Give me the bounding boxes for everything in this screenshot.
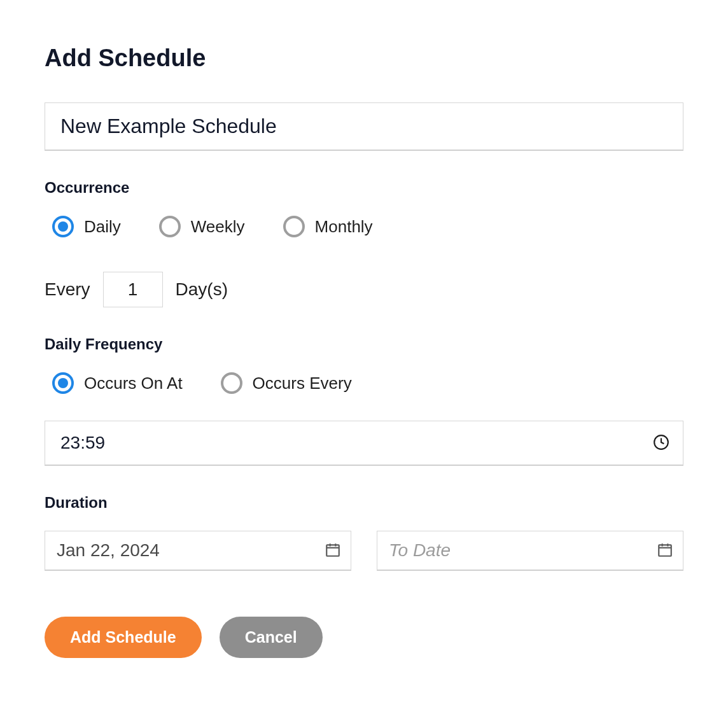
- cancel-button[interactable]: Cancel: [220, 617, 323, 658]
- daily-frequency-label: Daily Frequency: [45, 335, 683, 353]
- radio-unselected-icon: [283, 216, 305, 237]
- radio-selected-icon: [52, 372, 74, 394]
- occurrence-radio-monthly[interactable]: Monthly: [283, 216, 373, 237]
- button-row: Add Schedule Cancel: [45, 617, 683, 658]
- daily-frequency-radio-occurs-on-at[interactable]: Occurs On At: [52, 372, 183, 394]
- time-input[interactable]: [45, 421, 683, 466]
- every-value-input[interactable]: [103, 272, 163, 307]
- radio-label: Occurs On At: [84, 374, 183, 393]
- radio-unselected-icon: [159, 216, 181, 237]
- daily-frequency-radio-occurs-every[interactable]: Occurs Every: [221, 372, 352, 394]
- dialog-title: Add Schedule: [45, 45, 683, 72]
- time-input-wrap: [45, 421, 683, 466]
- from-date-wrap: [45, 531, 351, 571]
- from-date-input[interactable]: [45, 531, 351, 571]
- to-date-wrap: [377, 531, 683, 571]
- occurrence-label: Occurrence: [45, 179, 683, 197]
- radio-label: Monthly: [315, 217, 373, 237]
- every-suffix: Day(s): [176, 279, 228, 300]
- occurrence-radio-group: Daily Weekly Monthly: [52, 216, 683, 237]
- add-schedule-button[interactable]: Add Schedule: [45, 617, 202, 658]
- every-prefix: Every: [45, 279, 90, 300]
- occurrence-radio-weekly[interactable]: Weekly: [159, 216, 245, 237]
- add-schedule-dialog: Add Schedule Occurrence Daily Weekly Mon…: [0, 0, 728, 690]
- radio-selected-icon: [52, 216, 74, 237]
- radio-label: Occurs Every: [253, 374, 352, 393]
- every-row: Every Day(s): [45, 272, 683, 307]
- occurrence-radio-daily[interactable]: Daily: [52, 216, 121, 237]
- daily-frequency-radio-group: Occurs On At Occurs Every: [52, 372, 683, 394]
- radio-label: Daily: [84, 217, 121, 237]
- radio-unselected-icon: [221, 372, 242, 394]
- radio-label: Weekly: [191, 217, 245, 237]
- duration-row: [45, 531, 683, 571]
- schedule-name-input[interactable]: [45, 102, 683, 151]
- to-date-input[interactable]: [377, 531, 683, 571]
- duration-label: Duration: [45, 494, 683, 512]
